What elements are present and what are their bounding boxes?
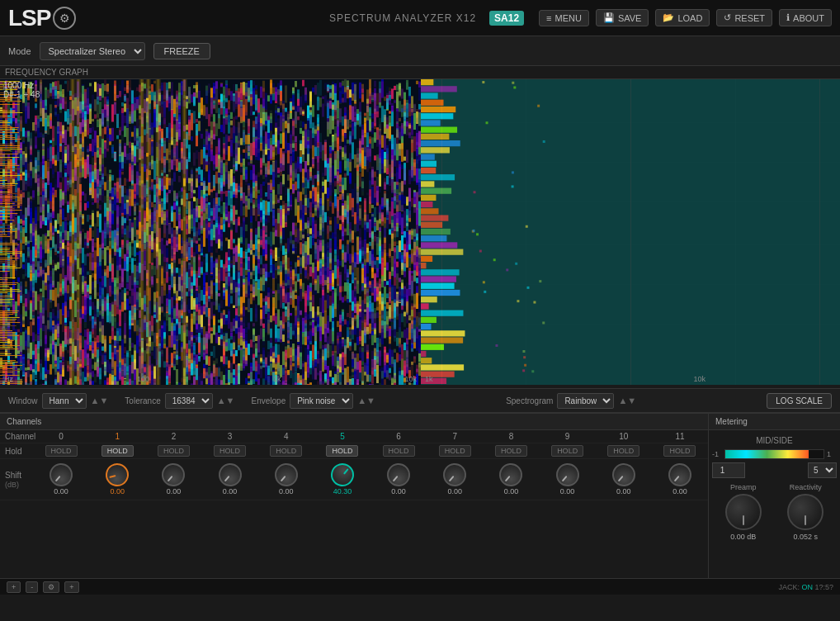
knob-5[interactable] xyxy=(327,459,358,491)
db-label: (dB) xyxy=(5,481,21,489)
knob-cell-10: 0.00 xyxy=(596,462,652,497)
tolerance-label: Tolerance xyxy=(125,396,160,405)
knob-10[interactable] xyxy=(607,458,639,491)
logo-icon: ⚙ xyxy=(53,7,76,30)
knob-cell-1: 0.00 xyxy=(89,462,145,497)
reactivity-value: 0.052 s xyxy=(793,533,818,541)
app-title: SPECTRUM ANALYZER X12 xyxy=(329,12,476,24)
frequency-graph-container[interactable]: 1000 Hz D#-1 + 48 1 2 3 4 5 6 xyxy=(0,79,840,385)
frequency-graph-label: FREQUENCY GRAPH xyxy=(0,66,840,79)
about-button[interactable]: ℹ ABOUT xyxy=(779,9,832,26)
meter-select-1[interactable]: 5 xyxy=(808,462,837,478)
ch-num-5: 5 xyxy=(314,430,370,443)
tolerance-select[interactable]: 16384 xyxy=(165,393,213,409)
knob-cell-2: 0.00 xyxy=(145,462,201,497)
ch-num-3: 3 xyxy=(202,430,258,443)
knob-val-2: 0.00 xyxy=(167,487,182,495)
knob-9[interactable] xyxy=(551,458,583,491)
load-button[interactable]: 📂 LOAD xyxy=(655,9,710,26)
knob-val-6: 0.00 xyxy=(391,487,406,495)
meter-bar xyxy=(724,449,824,459)
reactivity-label: Reactivity xyxy=(790,483,822,491)
mode-select[interactable]: Spectralizer Stereo xyxy=(40,42,145,60)
spectrogram-left[interactable]: 1000 Hz D#-1 + 48 1 2 3 4 5 6 xyxy=(0,79,421,385)
knob-11[interactable] xyxy=(663,458,696,491)
ch-num-11: 11 xyxy=(652,430,708,443)
jack-on-indicator: ON xyxy=(801,583,813,591)
add-channel-button[interactable]: + xyxy=(7,581,21,593)
ch-num-9: 9 xyxy=(540,430,596,443)
knob-cell-6: 0.00 xyxy=(370,462,427,497)
config-button[interactable]: ⚙ xyxy=(43,581,59,593)
jack-info: 1?:5? xyxy=(814,583,833,591)
jack-label: JACK: xyxy=(778,583,800,591)
reset-button[interactable]: ↺ RESET xyxy=(716,9,772,26)
more-button[interactable]: + xyxy=(64,581,78,593)
knob-val-3: 0.00 xyxy=(223,487,238,495)
reactivity-knob[interactable] xyxy=(787,494,823,530)
shift-text: Shift xyxy=(5,471,21,480)
ch-num-4: 4 xyxy=(258,430,314,443)
log-scale-button[interactable]: LOG SCALE xyxy=(767,393,832,409)
window-control: Window Hann ▲▼ xyxy=(8,393,108,409)
meter-controls: 5 xyxy=(712,461,837,480)
ch-num-2: 2 xyxy=(145,430,201,443)
hold-btn-9[interactable]: HOLD xyxy=(540,443,596,458)
hold-btn-6[interactable]: HOLD xyxy=(370,443,427,458)
envelope-label: Envelope xyxy=(252,396,286,405)
meter-input-1[interactable] xyxy=(712,462,745,478)
tolerance-control: Tolerance 16384 ▲▼ xyxy=(125,393,234,409)
ch-num-10: 10 xyxy=(596,430,652,443)
channel-numbers-row: Channel 0 1 2 3 4 5 6 7 8 9 10 11 xyxy=(0,430,708,443)
knob-cell-5: 40.30 xyxy=(314,462,370,497)
knob-val-5: 40.30 xyxy=(333,487,352,495)
spectrogram-right[interactable]: 1020 Hz D# 1k 10k xyxy=(421,79,840,385)
hold-btn-8[interactable]: HOLD xyxy=(483,443,539,458)
hold-btn-2[interactable]: HOLD xyxy=(145,443,201,458)
preamp-group: Preamp 0.00 dB xyxy=(725,483,762,541)
knob-4[interactable] xyxy=(270,458,302,491)
meter-low-label: -1 xyxy=(712,450,722,458)
ch-num-1: 1 xyxy=(89,430,145,443)
knob-6[interactable] xyxy=(382,458,414,491)
envelope-select[interactable]: Pink noise xyxy=(290,393,353,409)
save-button[interactable]: 💾 SAVE xyxy=(596,9,649,26)
window-label: Window xyxy=(8,396,38,405)
ch-num-0: 0 xyxy=(33,430,89,443)
knob-val-10: 0.00 xyxy=(616,487,631,495)
spectrogram-canvas-left xyxy=(0,79,421,385)
preamp-label: Preamp xyxy=(730,483,757,491)
knob-cell-4: 0.00 xyxy=(258,462,314,497)
knob-cell-8: 0.00 xyxy=(483,462,539,497)
hold-btn-0[interactable]: HOLD xyxy=(33,443,89,458)
hold-btn-3[interactable]: HOLD xyxy=(202,443,258,458)
freeze-button[interactable]: FREEZE xyxy=(153,43,210,59)
knob-2[interactable] xyxy=(158,458,190,491)
knob-0[interactable] xyxy=(45,458,77,491)
mid-side-label: MID/SIDE xyxy=(712,434,837,448)
hold-btn-11[interactable]: HOLD xyxy=(652,443,708,458)
save-icon: 💾 xyxy=(603,12,615,23)
knob-7[interactable] xyxy=(439,458,471,491)
hold-btn-1[interactable]: HOLD xyxy=(89,443,145,458)
sa12-badge: SA12 xyxy=(489,11,524,26)
preamp-knob[interactable] xyxy=(725,494,762,530)
bottom-controls-bar: Window Hann ▲▼ Tolerance 16384 ▲▼ Envelo… xyxy=(0,388,840,413)
menu-button[interactable]: ≡ MENU xyxy=(539,10,589,26)
reactivity-group: Reactivity 0.052 s xyxy=(787,483,823,541)
load-icon: 📂 xyxy=(663,12,674,23)
knob-1[interactable] xyxy=(101,459,133,491)
hold-btn-10[interactable]: HOLD xyxy=(596,443,652,458)
hold-btn-4[interactable]: HOLD xyxy=(258,443,314,458)
hold-btn-5[interactable]: HOLD xyxy=(314,443,370,458)
preamp-value: 0.00 dB xyxy=(730,533,756,541)
tolerance-arrow-icon: ▲▼ xyxy=(217,396,235,405)
ch-num-6: 6 xyxy=(370,430,427,443)
hold-btn-7[interactable]: HOLD xyxy=(427,443,483,458)
window-select[interactable]: Hann xyxy=(42,393,87,409)
spectrogram-arrow-icon: ▲▼ xyxy=(618,396,636,405)
knob-8[interactable] xyxy=(495,458,527,491)
remove-channel-button[interactable]: - xyxy=(26,581,38,593)
knob-3[interactable] xyxy=(214,458,246,491)
spectrogram-select[interactable]: Rainbow xyxy=(557,393,614,409)
